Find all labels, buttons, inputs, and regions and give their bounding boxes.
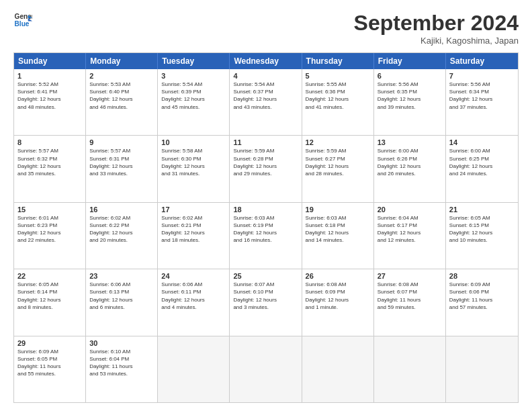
day-info: Sunrise: 6:06 AMSunset: 6:11 PMDaylight:… [161, 281, 226, 311]
cell-4-mon: 23 Sunrise: 6:06 AMSunset: 6:13 PMDaylig… [86, 269, 158, 335]
cell-5-sun: 29 Sunrise: 6:09 AMSunset: 6:05 PMDaylig… [14, 336, 86, 402]
day-num: 27 [378, 272, 442, 280]
cell-2-sun: 8 Sunrise: 5:57 AMSunset: 6:32 PMDayligh… [14, 136, 86, 201]
cell-4-thu: 26 Sunrise: 6:08 AMSunset: 6:09 PMDaylig… [302, 269, 374, 335]
day-num: 19 [306, 205, 370, 214]
day-info: Sunrise: 6:01 AMSunset: 6:23 PMDaylight:… [17, 214, 82, 244]
cell-2-sat: 14 Sunrise: 6:00 AMSunset: 6:25 PMDaylig… [446, 136, 518, 201]
day-info: Sunrise: 6:00 AMSunset: 6:25 PMDaylight:… [449, 147, 515, 177]
cell-2-fri: 13 Sunrise: 6:00 AMSunset: 6:26 PMDaylig… [374, 136, 446, 201]
cell-4-tue: 24 Sunrise: 6:06 AMSunset: 6:11 PMDaylig… [158, 269, 230, 335]
day-info: Sunrise: 5:54 AMSunset: 6:37 PMDaylight:… [233, 81, 298, 111]
header-sunday: Sunday [14, 53, 86, 69]
day-num: 14 [449, 138, 515, 146]
day-info: Sunrise: 5:56 AMSunset: 6:35 PMDaylight:… [378, 81, 442, 111]
day-num: 25 [233, 272, 298, 280]
day-num: 12 [306, 138, 370, 146]
cell-1-thu: 5 Sunrise: 5:55 AMSunset: 6:36 PMDayligh… [302, 69, 374, 135]
page: General Blue September 2024 Kajiki, Kago… [0, 0, 532, 411]
day-info: Sunrise: 6:02 AMSunset: 6:22 PMDaylight:… [89, 214, 154, 244]
day-num: 22 [17, 272, 82, 280]
day-num: 3 [161, 72, 226, 80]
cell-1-tue: 3 Sunrise: 5:54 AMSunset: 6:39 PMDayligh… [158, 69, 230, 135]
day-info: Sunrise: 6:06 AMSunset: 6:13 PMDaylight:… [89, 281, 154, 311]
calendar-body: 1 Sunrise: 5:52 AMSunset: 6:41 PMDayligh… [14, 69, 518, 402]
cell-2-mon: 9 Sunrise: 5:57 AMSunset: 6:31 PMDayligh… [86, 136, 158, 201]
cell-3-sun: 15 Sunrise: 6:01 AMSunset: 6:23 PMDaylig… [14, 203, 86, 269]
cell-1-wed: 4 Sunrise: 5:54 AMSunset: 6:37 PMDayligh… [230, 69, 302, 135]
day-info: Sunrise: 5:57 AMSunset: 6:31 PMDaylight:… [89, 147, 154, 177]
day-info: Sunrise: 5:53 AMSunset: 6:40 PMDaylight:… [89, 81, 154, 111]
day-info: Sunrise: 6:09 AMSunset: 6:05 PMDaylight:… [17, 348, 82, 378]
day-num: 1 [17, 72, 82, 80]
cell-1-fri: 6 Sunrise: 5:56 AMSunset: 6:35 PMDayligh… [374, 69, 446, 135]
day-info: Sunrise: 6:02 AMSunset: 6:21 PMDaylight:… [161, 214, 226, 244]
logo: General Blue [13, 11, 32, 30]
day-num: 15 [17, 205, 82, 214]
cell-5-wed [230, 336, 302, 402]
header-saturday: Saturday [446, 53, 518, 69]
day-info: Sunrise: 5:54 AMSunset: 6:39 PMDaylight:… [161, 81, 226, 111]
cell-5-mon: 30 Sunrise: 6:10 AMSunset: 6:04 PMDaylig… [86, 336, 158, 402]
day-num: 26 [306, 272, 370, 280]
day-num: 17 [161, 205, 226, 214]
day-info: Sunrise: 6:07 AMSunset: 6:10 PMDaylight:… [233, 281, 298, 311]
calendar-header: Sunday Monday Tuesday Wednesday Thursday… [14, 53, 518, 69]
cell-3-thu: 19 Sunrise: 6:03 AMSunset: 6:18 PMDaylig… [302, 203, 374, 269]
cell-3-wed: 18 Sunrise: 6:03 AMSunset: 6:19 PMDaylig… [230, 203, 302, 269]
cell-1-mon: 2 Sunrise: 5:53 AMSunset: 6:40 PMDayligh… [86, 69, 158, 135]
day-info: Sunrise: 5:59 AMSunset: 6:27 PMDaylight:… [306, 147, 370, 177]
day-num: 16 [89, 205, 154, 214]
day-info: Sunrise: 6:03 AMSunset: 6:19 PMDaylight:… [233, 214, 298, 244]
cell-4-sat: 28 Sunrise: 6:09 AMSunset: 6:06 PMDaylig… [446, 269, 518, 335]
cell-4-sun: 22 Sunrise: 6:05 AMSunset: 6:14 PMDaylig… [14, 269, 86, 335]
day-num: 30 [89, 339, 154, 347]
day-info: Sunrise: 6:05 AMSunset: 6:15 PMDaylight:… [449, 214, 515, 244]
header: General Blue September 2024 Kajiki, Kago… [13, 11, 519, 46]
day-num: 6 [378, 72, 442, 80]
day-num: 28 [449, 272, 515, 280]
week-row-3: 15 Sunrise: 6:01 AMSunset: 6:23 PMDaylig… [14, 202, 518, 269]
day-num: 10 [161, 138, 226, 146]
day-info: Sunrise: 6:08 AMSunset: 6:07 PMDaylight:… [378, 281, 442, 311]
cell-4-fri: 27 Sunrise: 6:08 AMSunset: 6:07 PMDaylig… [374, 269, 446, 335]
day-num: 8 [17, 138, 82, 146]
cell-5-fri [374, 336, 446, 402]
week-row-1: 1 Sunrise: 5:52 AMSunset: 6:41 PMDayligh… [14, 69, 518, 135]
cell-3-tue: 17 Sunrise: 6:02 AMSunset: 6:21 PMDaylig… [158, 203, 230, 269]
day-info: Sunrise: 6:05 AMSunset: 6:14 PMDaylight:… [17, 281, 82, 311]
month-title: September 2024 [354, 11, 519, 36]
week-row-5: 29 Sunrise: 6:09 AMSunset: 6:05 PMDaylig… [14, 336, 518, 402]
day-info: Sunrise: 5:58 AMSunset: 6:30 PMDaylight:… [161, 147, 226, 177]
day-info: Sunrise: 5:57 AMSunset: 6:32 PMDaylight:… [17, 147, 82, 177]
day-num: 24 [161, 272, 226, 280]
header-monday: Monday [86, 53, 158, 69]
day-num: 23 [89, 272, 154, 280]
cell-1-sat: 7 Sunrise: 5:56 AMSunset: 6:34 PMDayligh… [446, 69, 518, 135]
day-info: Sunrise: 6:08 AMSunset: 6:09 PMDaylight:… [306, 281, 370, 311]
calendar: Sunday Monday Tuesday Wednesday Thursday… [13, 52, 519, 403]
day-num: 9 [89, 138, 154, 146]
logo-icon: General Blue [13, 11, 32, 30]
cell-5-tue [158, 336, 230, 402]
day-num: 13 [378, 138, 442, 146]
day-num: 2 [89, 72, 154, 80]
header-thursday: Thursday [302, 53, 374, 69]
day-num: 29 [17, 339, 82, 347]
cell-5-sat [446, 336, 518, 402]
header-wednesday: Wednesday [230, 53, 302, 69]
day-num: 11 [233, 138, 298, 146]
day-num: 7 [449, 72, 515, 80]
cell-4-wed: 25 Sunrise: 6:07 AMSunset: 6:10 PMDaylig… [230, 269, 302, 335]
header-tuesday: Tuesday [158, 53, 230, 69]
day-info: Sunrise: 6:10 AMSunset: 6:04 PMDaylight:… [89, 348, 154, 378]
title-block: September 2024 Kajiki, Kagoshima, Japan [354, 11, 519, 46]
week-row-2: 8 Sunrise: 5:57 AMSunset: 6:32 PMDayligh… [14, 135, 518, 201]
day-info: Sunrise: 5:52 AMSunset: 6:41 PMDaylight:… [17, 81, 82, 111]
cell-3-fri: 20 Sunrise: 6:04 AMSunset: 6:17 PMDaylig… [374, 203, 446, 269]
day-num: 18 [233, 205, 298, 214]
day-info: Sunrise: 6:09 AMSunset: 6:06 PMDaylight:… [449, 281, 515, 311]
cell-2-tue: 10 Sunrise: 5:58 AMSunset: 6:30 PMDaylig… [158, 136, 230, 201]
day-info: Sunrise: 6:04 AMSunset: 6:17 PMDaylight:… [378, 214, 442, 244]
svg-text:Blue: Blue [15, 20, 30, 28]
